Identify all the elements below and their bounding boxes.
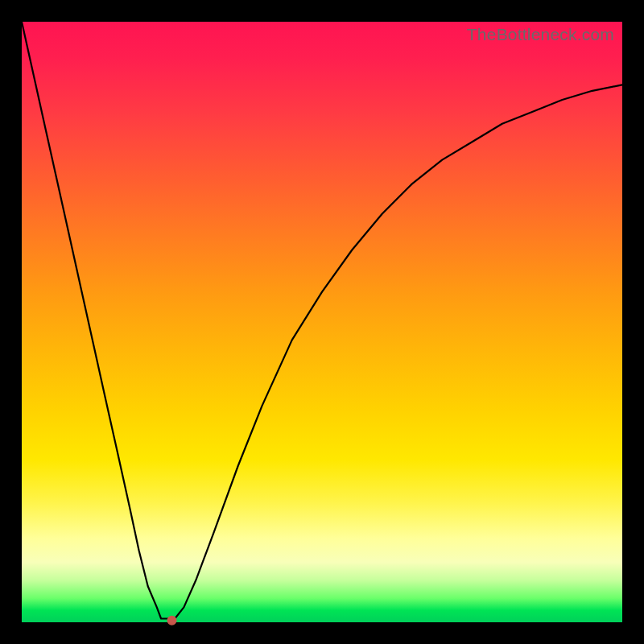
chart-frame: TheBottleneck.com	[0, 0, 644, 644]
watermark-label: TheBottleneck.com	[467, 25, 614, 44]
minimum-marker	[167, 616, 177, 625]
plot-area: TheBottleneck.com	[22, 22, 622, 622]
curve-path	[22, 22, 622, 619]
bottleneck-curve	[22, 22, 622, 622]
